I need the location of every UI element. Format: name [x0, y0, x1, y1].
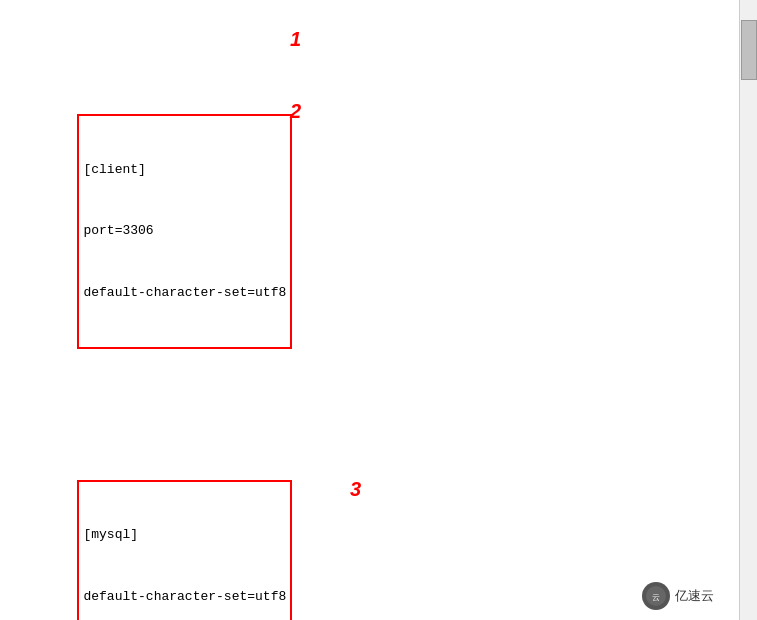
mysql-label: [mysql]	[83, 525, 286, 545]
watermark-icon: 云	[642, 582, 670, 610]
watermark-text: 亿速云	[675, 587, 714, 605]
svg-text:云: 云	[652, 593, 660, 602]
code-block: [client] port=3306 default-character-set…	[15, 10, 724, 620]
client-section-box: [client] port=3306 default-character-set…	[77, 114, 292, 349]
main-container: 1 2 3 [client] port=3306 default-charact…	[0, 0, 757, 620]
scrollbar[interactable]	[739, 0, 757, 620]
annotation-1: 1	[290, 28, 301, 51]
client-charset: default-character-set=utf8	[83, 283, 286, 303]
annotation-3: 3	[350, 478, 361, 501]
mysql-section-box: [mysql] default-character-set=utf8	[77, 480, 292, 620]
annotation-2: 2	[290, 100, 301, 123]
client-port: port=3306	[83, 221, 286, 241]
watermark-svg: 云	[645, 585, 667, 607]
watermark: 云 亿速云	[642, 582, 714, 610]
content-area: 1 2 3 [client] port=3306 default-charact…	[0, 0, 739, 620]
mysql-charset: default-character-set=utf8	[83, 587, 286, 607]
client-label: [client]	[83, 160, 286, 180]
scrollbar-thumb[interactable]	[741, 20, 757, 80]
